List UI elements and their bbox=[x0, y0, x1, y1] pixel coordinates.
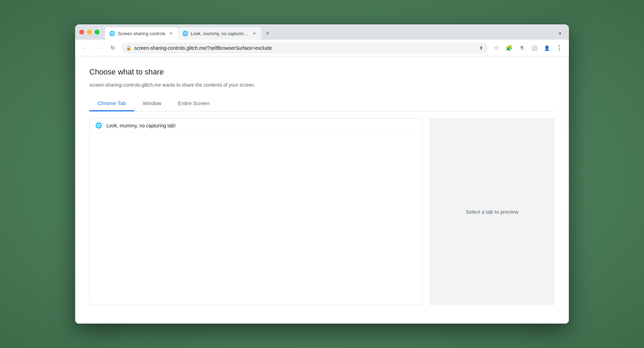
list-item[interactable]: 🌐 Look, mummy, no capturing tab! bbox=[90, 119, 422, 133]
new-tab-button[interactable]: + bbox=[263, 29, 273, 38]
tabs-area: 🌐 Screen sharing controls ✕ 🌐 Look, mumm… bbox=[105, 24, 565, 40]
tab-1[interactable]: 🌐 Screen sharing controls ✕ bbox=[105, 27, 178, 40]
tab-close-1[interactable]: ✕ bbox=[168, 31, 174, 36]
tab-content-area: 🌐 Look, mummy, no capturing tab! Select … bbox=[89, 111, 555, 312]
list-item-title: Look, mummy, no capturing tab! bbox=[106, 123, 176, 128]
tab-nav-window[interactable]: Window bbox=[134, 96, 169, 111]
lock-icon: 🔒 bbox=[126, 45, 131, 50]
page-content: Choose what to share screen-sharing-cont… bbox=[75, 56, 569, 324]
tab-nav-chrome-tab[interactable]: Chrome Tab bbox=[89, 96, 134, 111]
browser-window: 🌐 Screen sharing controls ✕ 🌐 Look, mumm… bbox=[75, 24, 569, 324]
back-button[interactable]: ← bbox=[79, 42, 90, 54]
tab-2[interactable]: 🌐 Look, mummy, no capturing ta… ✕ bbox=[178, 27, 261, 40]
bookmark-button[interactable]: ☆ bbox=[491, 42, 502, 54]
tab-nav-entire-screen[interactable]: Entire Screen bbox=[170, 96, 218, 111]
address-text: screen-sharing-controls.glitch.me/?selfB… bbox=[134, 45, 476, 51]
forward-button[interactable]: → bbox=[93, 42, 104, 54]
dialog-subtitle: screen-sharing-controls.glitch.me wants … bbox=[89, 82, 555, 88]
nav-actions: ☆ 🧩 ⚗ ⬜ 👤 ⋮ bbox=[491, 42, 565, 54]
dialog-title: Choose what to share bbox=[89, 68, 555, 77]
close-button[interactable] bbox=[79, 30, 84, 34]
share-icon[interactable]: ⬆ bbox=[479, 45, 483, 51]
menu-button[interactable]: ⋮ bbox=[554, 42, 565, 54]
reload-button[interactable]: ↻ bbox=[107, 42, 118, 54]
experiments-button[interactable]: ⚗ bbox=[516, 42, 527, 54]
profile-button[interactable]: 👤 bbox=[541, 42, 552, 54]
tab-title-2: Look, mummy, no capturing ta… bbox=[191, 31, 249, 36]
tab-favicon-1: 🌐 bbox=[109, 31, 115, 36]
tab-search-button[interactable]: ⬜ bbox=[529, 42, 540, 54]
address-bar[interactable]: 🔒 screen-sharing-controls.glitch.me/?sel… bbox=[121, 42, 488, 54]
tab-list: 🌐 Look, mummy, no capturing tab! bbox=[89, 118, 422, 305]
nav-bar: ← → ↻ 🔒 screen-sharing-controls.glitch.m… bbox=[75, 40, 569, 56]
extensions-button[interactable]: 🧩 bbox=[504, 42, 515, 54]
preview-panel: Select a tab to preview bbox=[429, 118, 555, 305]
tab-dropdown-button[interactable]: ▾ bbox=[555, 29, 565, 38]
maximize-button[interactable] bbox=[95, 30, 99, 34]
tab-favicon-2: 🌐 bbox=[182, 31, 188, 36]
minimize-button[interactable] bbox=[87, 30, 92, 34]
tab-title-1: Screen sharing controls bbox=[118, 31, 166, 36]
dialog-container: Choose what to share screen-sharing-cont… bbox=[75, 56, 569, 324]
title-bar: 🌐 Screen sharing controls ✕ 🌐 Look, mumm… bbox=[75, 24, 569, 40]
traffic-lights bbox=[79, 30, 99, 34]
tab-close-2[interactable]: ✕ bbox=[252, 31, 257, 36]
preview-text: Select a tab to preview bbox=[466, 209, 518, 215]
sharing-tabs-nav: Chrome Tab Window Entire Screen bbox=[89, 96, 555, 111]
list-item-favicon: 🌐 bbox=[95, 122, 102, 129]
